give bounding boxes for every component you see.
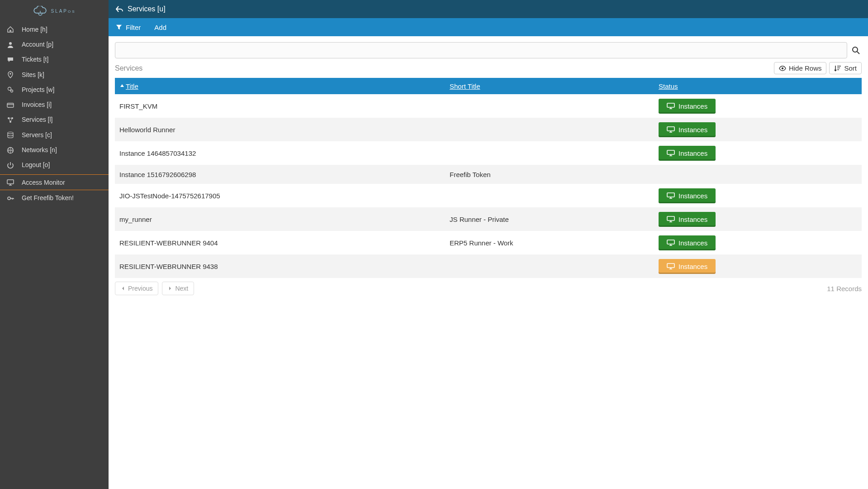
sidebar-item-label: Account [p] — [22, 41, 53, 48]
svg-rect-14 — [667, 103, 674, 107]
svg-rect-16 — [667, 150, 674, 154]
svg-point-8 — [8, 132, 13, 134]
brand-name: SLAP — [51, 9, 68, 14]
sidebar-item-5[interactable]: Invoices [i] — [0, 97, 109, 112]
caret-right-icon — [168, 286, 172, 291]
svg-rect-4 — [7, 103, 14, 107]
home-icon — [6, 25, 14, 33]
sidebar-item-6[interactable]: Services [l] — [0, 112, 109, 127]
cloud-icon — [33, 6, 48, 16]
svg-point-0 — [9, 42, 12, 45]
table-row[interactable]: RESILIENT-WEBRUNNER 9404ERP5 Runner - Wo… — [115, 231, 862, 254]
cell-status: Instances — [659, 99, 862, 114]
svg-point-2 — [8, 87, 11, 91]
svg-point-12 — [853, 47, 858, 52]
search-row — [109, 36, 868, 62]
next-button[interactable]: Next — [162, 282, 194, 295]
section-label: Services — [115, 64, 142, 72]
sidebar-item-label: Tickets [t] — [22, 56, 48, 63]
table-row[interactable]: RESILIENT-WEBRUNNER 9438 Instances — [115, 254, 862, 278]
table-row[interactable]: Helloworld Runner Instances — [115, 118, 862, 141]
sort-button[interactable]: Sort — [829, 62, 862, 74]
search-icon — [852, 46, 860, 54]
table-row[interactable]: Instance 1516792606298Freefib Token — [115, 165, 862, 184]
cell-title: RESILIENT-WEBRUNNER 9404 — [115, 239, 450, 247]
sidebar-access-monitor[interactable]: Access Monitor — [0, 175, 109, 190]
col-short-title[interactable]: Short Title — [450, 82, 659, 90]
meta-row: Services Hide Rows Sort — [109, 62, 868, 78]
caret-left-icon — [121, 286, 125, 291]
hide-rows-button[interactable]: Hide Rows — [774, 62, 827, 74]
sidebar-item-0[interactable]: Home [h] — [0, 22, 109, 37]
col-status[interactable]: Status — [659, 82, 862, 90]
globe-icon — [6, 146, 14, 153]
sidebar-item-label: Networks [n] — [22, 146, 57, 153]
sidebar-item-label: Services [l] — [22, 116, 52, 123]
sort-icon — [834, 65, 841, 72]
header-bar: Services [u] — [109, 0, 868, 18]
record-count: 11 Records — [827, 285, 862, 292]
svg-point-11 — [8, 197, 10, 200]
instances-badge[interactable]: Instances — [659, 122, 716, 137]
sidebar-item-8[interactable]: Networks [n] — [0, 142, 109, 157]
cell-status: Instances — [659, 259, 862, 274]
col-title[interactable]: Title — [115, 82, 450, 90]
instances-badge[interactable]: Instances — [659, 99, 716, 114]
sidebar-item-label: Home [h] — [22, 26, 47, 33]
sidebar-item-9[interactable]: Logout [o] — [0, 158, 109, 173]
brand-logo: SLAPOS — [0, 0, 109, 22]
table-row[interactable]: FIRST_KVM Instances — [115, 94, 862, 118]
filter-icon — [116, 24, 122, 30]
instances-badge[interactable]: Instances — [659, 188, 716, 203]
sidebar-item-label: Get Freefib Token! — [22, 194, 74, 201]
prev-button[interactable]: Previous — [115, 282, 158, 295]
monitor-icon — [6, 178, 14, 186]
services-table: Title Short Title Status FIRST_KVM Insta… — [115, 78, 862, 278]
svg-rect-19 — [667, 240, 674, 244]
cell-title: my_runner — [115, 216, 450, 223]
svg-rect-20 — [667, 264, 674, 268]
instances-badge[interactable]: Instances — [659, 259, 716, 274]
toolbar: Filter Add — [109, 18, 868, 36]
page-title: Services [u] — [128, 5, 166, 13]
pin-icon — [6, 71, 14, 78]
search-input[interactable] — [115, 42, 847, 58]
svg-rect-15 — [667, 127, 674, 131]
instances-badge[interactable]: Instances — [659, 146, 716, 161]
main: Services [u] Filter Add Services Hide Ro… — [109, 0, 868, 489]
sidebar-get-token[interactable]: Get Freefib Token! — [0, 190, 109, 205]
sidebar-item-4[interactable]: Projects [w] — [0, 82, 109, 97]
table-row[interactable]: Instance 1464857034132 Instances — [115, 141, 862, 165]
user-icon — [6, 40, 14, 48]
cell-title: JIO-JSTestNode-1475752617905 — [115, 192, 450, 200]
cell-title: Instance 1464857034132 — [115, 149, 450, 157]
search-button[interactable] — [850, 46, 862, 54]
sidebar-item-3[interactable]: Sites [k] — [0, 67, 109, 82]
cell-title: RESILIENT-WEBRUNNER 9438 — [115, 263, 450, 270]
filter-button[interactable]: Filter — [116, 24, 141, 31]
sidebar-item-2[interactable]: Tickets [t] — [0, 52, 109, 67]
cell-short-title: Freefib Token — [450, 171, 659, 178]
svg-rect-18 — [667, 216, 674, 221]
svg-rect-10 — [7, 180, 14, 184]
molecule-icon — [6, 116, 14, 124]
sidebar-item-label: Invoices [i] — [22, 101, 52, 108]
sort-asc-icon — [119, 83, 125, 89]
table-row[interactable]: JIO-JSTestNode-1475752617905 Instances — [115, 184, 862, 207]
svg-point-13 — [782, 67, 783, 69]
sidebar-item-label: Access Monitor — [22, 179, 65, 186]
table-row[interactable]: my_runnerJS Runner - Private Instances — [115, 207, 862, 231]
instances-badge[interactable]: Instances — [659, 235, 716, 250]
sidebar-item-7[interactable]: Servers [c] — [0, 127, 109, 142]
instances-badge[interactable]: Instances — [659, 212, 716, 227]
svg-point-3 — [11, 90, 13, 92]
table-header: Title Short Title Status — [115, 78, 862, 94]
cell-short-title: JS Runner - Private — [450, 216, 659, 223]
header-back-icon[interactable] — [116, 5, 123, 13]
cell-status: Instances — [659, 122, 862, 137]
cell-status: Instances — [659, 146, 862, 161]
sidebar-item-1[interactable]: Account [p] — [0, 37, 109, 52]
cell-status: Instances — [659, 188, 862, 203]
add-button[interactable]: Add — [154, 24, 166, 31]
key-icon — [6, 194, 14, 201]
